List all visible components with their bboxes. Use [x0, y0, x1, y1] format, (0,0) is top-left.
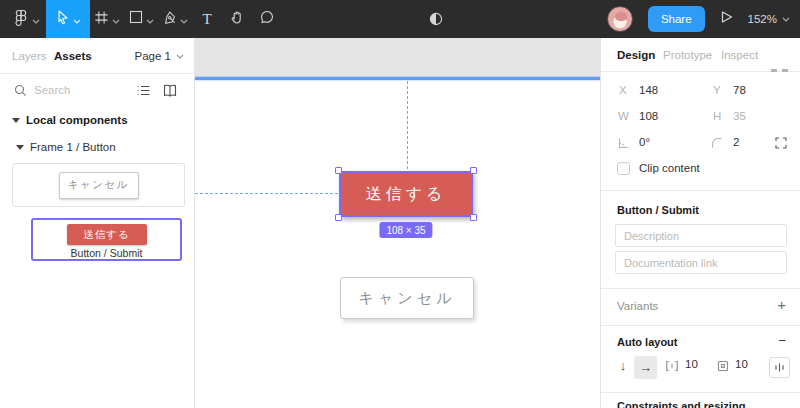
padding-value-field[interactable]: 10	[735, 358, 748, 370]
remove-auto-layout-minus-icon[interactable]: −	[778, 333, 786, 348]
resize-handle-bottom-right[interactable]	[470, 214, 477, 221]
description-input[interactable]	[615, 224, 787, 247]
auto-layout-section-title: Auto layout	[617, 336, 678, 348]
x-value-field[interactable]: 148	[639, 84, 658, 96]
h-value-field[interactable]: 35	[733, 110, 746, 122]
tab-design[interactable]: Design	[617, 49, 655, 61]
user-avatar[interactable]	[607, 6, 633, 32]
figma-window: T	[0, 0, 800, 408]
cancel-button-object[interactable]: キャンセル	[340, 277, 474, 319]
pen-tool-icon	[162, 10, 177, 29]
auto-layout-direction-right-button-selected[interactable]: →	[634, 356, 657, 379]
corner-radius-value-field[interactable]: 2	[733, 136, 739, 148]
rotation-value-field[interactable]: 0°	[639, 136, 650, 148]
auto-layout-direction-down-button[interactable]: ↓	[615, 358, 631, 373]
auto-layout-alignment-button[interactable]	[769, 357, 790, 378]
share-button[interactable]: Share	[648, 6, 705, 32]
tab-assets[interactable]: Assets	[54, 50, 92, 62]
corner-radius-icon	[711, 137, 723, 151]
independent-corners-icon[interactable]	[775, 137, 787, 151]
resize-handle-top-left[interactable]	[335, 167, 342, 174]
hand-tool-button[interactable]	[222, 0, 252, 38]
figma-logo-icon	[13, 9, 29, 30]
right-sidebar: Design Prototype Inspect X 148 Y 78 W 10…	[600, 38, 800, 408]
resize-handle-top-right[interactable]	[470, 167, 477, 174]
component-tile-submit-selected[interactable]: 送信する Button / Submit	[31, 218, 182, 261]
rectangle-tool-icon	[129, 10, 143, 28]
contrast-icon[interactable]	[428, 11, 444, 31]
text-tool-icon: T	[202, 11, 211, 28]
local-components-header[interactable]: Local components	[12, 114, 128, 126]
pen-tool-button[interactable]	[158, 0, 192, 38]
cancel-button-label: キャンセル	[359, 289, 456, 308]
item-spacing-icon	[665, 360, 679, 374]
padding-icon	[717, 360, 729, 374]
divider	[601, 288, 800, 289]
zoom-level-selector[interactable]: 152%	[748, 13, 790, 25]
assets-search[interactable]: Search	[0, 74, 194, 108]
chevron-down-icon[interactable]	[73, 10, 81, 28]
add-variant-plus-icon[interactable]: +	[777, 296, 786, 313]
comment-icon	[259, 9, 275, 29]
left-sidebar: Layers Assets Page 1 Search	[0, 38, 195, 408]
page-selector-label: Page 1	[135, 50, 171, 62]
cancel-component-preview: キャンセル	[59, 172, 139, 199]
tool-group: T	[6, 0, 282, 38]
submit-button-label: 送信する	[366, 184, 447, 205]
present-play-icon[interactable]	[720, 10, 733, 28]
search-placeholder: Search	[34, 84, 70, 96]
selection-size-badge: 108 × 35	[379, 222, 432, 238]
documentation-link-input[interactable]	[615, 251, 787, 274]
tab-inspect[interactable]: Inspect	[721, 49, 758, 61]
canvas[interactable]: 送信する 108 × 35 キャンセル	[195, 38, 600, 408]
item-spacing-value-field[interactable]: 10	[685, 358, 698, 370]
divider	[601, 392, 800, 393]
y-value-field[interactable]: 78	[733, 84, 746, 96]
vertical-alignment-guide	[407, 81, 408, 169]
submit-component-name: Button / Submit	[71, 247, 143, 259]
alignment-icon	[774, 362, 785, 373]
triangle-down-icon	[12, 118, 20, 123]
submit-component-preview: 送信する	[67, 224, 147, 245]
shape-tool-button[interactable]	[124, 0, 158, 38]
move-tool-button[interactable]	[46, 0, 90, 38]
triangle-down-icon	[16, 145, 24, 150]
move-cursor-icon	[55, 9, 70, 29]
comment-tool-button[interactable]	[252, 0, 282, 38]
resize-handle-bottom-left[interactable]	[335, 214, 342, 221]
tab-layers[interactable]: Layers	[12, 50, 47, 62]
frame-top-highlight	[195, 77, 600, 80]
frame-tool-icon	[94, 10, 109, 29]
chevron-down-icon	[782, 17, 790, 22]
left-sidebar-tabs: Layers Assets Page 1	[0, 38, 194, 74]
hand-tool-icon	[229, 9, 245, 29]
variants-section-label: Variants	[617, 300, 658, 312]
chevron-down-icon[interactable]	[180, 10, 188, 28]
toolbar-right-group: Share 152%	[607, 0, 790, 38]
y-label: Y	[713, 84, 721, 96]
component-tile-cancel[interactable]: キャンセル	[12, 163, 185, 207]
text-tool-button[interactable]: T	[192, 0, 222, 38]
tab-prototype[interactable]: Prototype	[663, 49, 712, 61]
library-book-icon[interactable]	[162, 83, 178, 100]
page-selector[interactable]: Page 1	[135, 50, 184, 62]
frame-group-header[interactable]: Frame 1 / Button	[16, 141, 116, 153]
clip-content-checkbox[interactable]	[617, 162, 630, 175]
divider	[601, 325, 800, 326]
main-menu-button[interactable]	[6, 0, 46, 38]
frame-tool-button[interactable]	[90, 0, 124, 38]
zoom-level-value: 152%	[748, 13, 777, 25]
local-components-label: Local components	[26, 114, 128, 126]
constraints-section-title: Constraints and resizing	[617, 400, 745, 408]
frame-group-label: Frame 1 / Button	[30, 141, 116, 153]
chevron-down-icon[interactable]	[146, 10, 154, 28]
clip-content-label: Clip content	[639, 162, 700, 174]
w-value-field[interactable]: 108	[639, 110, 658, 122]
x-label: X	[619, 84, 627, 96]
w-label: W	[618, 110, 629, 122]
selected-submit-button[interactable]: 送信する	[339, 171, 473, 217]
h-label: H	[713, 110, 721, 122]
chevron-down-icon[interactable]	[32, 10, 40, 28]
chevron-down-icon[interactable]	[112, 10, 120, 28]
list-view-icon[interactable]	[136, 83, 151, 100]
